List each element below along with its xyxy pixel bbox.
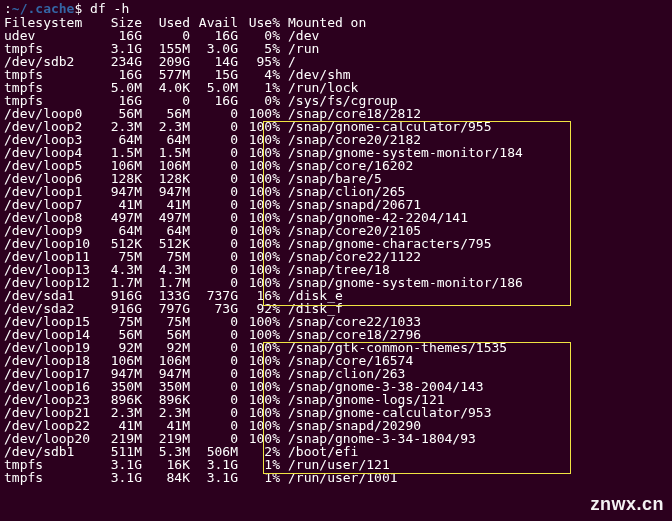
cell-mnt: /run/user/1001 (286, 471, 523, 484)
prompt-symbol: $ (74, 1, 82, 16)
df-table: Filesystem Size Used Avail Use% Mounted … (4, 16, 523, 484)
command-text: df -h (90, 1, 129, 16)
table-row: tmpfs3.1G84K3.1G1%/run/user/1001 (4, 471, 523, 484)
terminal-output[interactable]: :~/.cache$ df -h Filesystem Size Used Av… (0, 0, 672, 486)
cell-mnt: /dev (286, 29, 523, 42)
cell-avail: 3.1G (190, 471, 238, 484)
cell-used: 84K (142, 471, 190, 484)
watermark: znwx.cn (590, 494, 664, 515)
prompt-line: :~/.cache$ df -h (4, 2, 668, 15)
cell-size: 3.1G (94, 471, 142, 484)
cell-fs: tmpfs (4, 471, 94, 484)
cell-use: 1% (238, 471, 280, 484)
prompt-path: ~/.cache (12, 1, 75, 16)
cell-mnt: /run (286, 42, 523, 55)
col-mounted: Mounted on (286, 16, 523, 29)
